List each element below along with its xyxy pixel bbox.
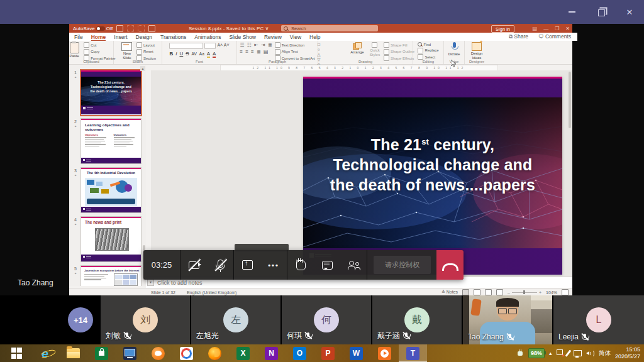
- zoom-track[interactable]: [512, 292, 537, 293]
- clock[interactable]: 15:05 2020/5/27: [615, 346, 643, 361]
- zoom-in-icon[interactable]: +: [539, 290, 541, 295]
- language-indicator[interactable]: English (United Kingdom): [187, 290, 236, 295]
- current-slide[interactable]: The 21st century, Technological change a…: [303, 77, 562, 275]
- close-icon[interactable]: [615, 0, 644, 24]
- file-explorer-icon[interactable]: [59, 344, 87, 362]
- zoom-level[interactable]: 104%: [546, 290, 557, 295]
- share-tray-button[interactable]: [234, 250, 260, 280]
- participant-tile[interactable]: 何 何琪: [282, 295, 371, 344]
- overflow-participants-badge[interactable]: +14: [68, 307, 93, 332]
- battery-indicator[interactable]: 98%: [528, 348, 545, 358]
- tab-file[interactable]: File: [74, 34, 83, 40]
- minimize-icon[interactable]: [557, 0, 586, 24]
- cloud-drive-icon[interactable]: [172, 344, 201, 362]
- redo-icon[interactable]: [138, 25, 145, 32]
- onenote-icon[interactable]: N: [257, 344, 286, 362]
- request-control-button[interactable]: 请求控制权: [374, 256, 431, 274]
- ppt-restore-icon[interactable]: ❐: [555, 26, 559, 31]
- ppt-close-icon[interactable]: ✕: [565, 26, 570, 31]
- tray-overflow-icon[interactable]: ▴: [549, 350, 552, 356]
- change-case-button[interactable]: Aa: [199, 52, 204, 56]
- arrange-button[interactable]: Arrange: [348, 42, 366, 55]
- slide-thumbnail-1[interactable]: The 21st century, Technological change a…: [80, 69, 142, 116]
- participant-tile[interactable]: 戴 戴子涵: [372, 295, 462, 344]
- zoom-slider[interactable]: – +: [508, 290, 541, 295]
- save-icon[interactable]: [116, 25, 123, 32]
- teams-icon[interactable]: T: [399, 344, 427, 362]
- mic-toggle-button[interactable]: [207, 250, 233, 280]
- raise-hand-button[interactable]: [287, 250, 314, 280]
- slide-thumbnail-3[interactable]: The 4th Industrial Revolution: [80, 167, 142, 213]
- tab-home[interactable]: Home: [91, 34, 106, 40]
- search-input[interactable]: [290, 25, 375, 32]
- select-button[interactable]: Select: [418, 54, 438, 60]
- tab-design[interactable]: Design: [136, 34, 152, 40]
- powerpoint-icon[interactable]: P: [314, 344, 342, 362]
- autosave-toggle[interactable]: AutoSave Off: [73, 26, 113, 31]
- quick-styles-button[interactable]: Quick Styles: [368, 42, 382, 57]
- participant-video-tile[interactable]: Tao Zhang: [463, 295, 552, 344]
- search-box[interactable]: [281, 25, 378, 31]
- participant-tile[interactable]: 刘 刘敏: [101, 295, 190, 344]
- font-size-box[interactable]: [204, 43, 216, 49]
- comments-button[interactable]: 🗨 Comments: [538, 33, 571, 40]
- slideshow-icon[interactable]: [148, 25, 155, 32]
- ribbon-display-icon[interactable]: ▤: [533, 26, 538, 31]
- chat-button[interactable]: [314, 250, 340, 280]
- tab-help[interactable]: Help: [309, 34, 320, 40]
- layout-button[interactable]: Layout: [136, 42, 156, 48]
- tab-review[interactable]: Review: [264, 34, 282, 40]
- action-center-flag-icon[interactable]: [556, 349, 563, 357]
- align-icons[interactable]: ≡ ≡ ≡ ≣ ▤: [240, 49, 272, 55]
- network-icon[interactable]: [574, 350, 582, 357]
- font-name-box[interactable]: [169, 43, 203, 49]
- thumbnail-scroll-up-icon[interactable]: ▲: [140, 66, 145, 71]
- strikethrough-button[interactable]: S: [186, 51, 189, 57]
- pen-input-icon[interactable]: [565, 350, 571, 357]
- tab-transitions[interactable]: Transitions: [160, 34, 186, 40]
- zoom-out-icon[interactable]: –: [508, 290, 510, 295]
- replace-button[interactable]: Replace: [418, 48, 438, 53]
- speaker-icon[interactable]: [586, 349, 594, 357]
- paste-button[interactable]: Paste: [67, 42, 82, 58]
- slide-thumbnail-4[interactable]: The news and print: [80, 216, 142, 262]
- font-color-button[interactable]: A: [213, 51, 216, 58]
- ime-indicator[interactable]: 简体: [599, 349, 611, 358]
- slide-thumbnail-5[interactable]: Journalism ecosystem before the Internet: [80, 265, 142, 286]
- new-slide-button[interactable]: New Slide: [119, 42, 135, 60]
- tab-slide-show[interactable]: Slide Show: [229, 34, 256, 40]
- participant-tile[interactable]: L Leejia: [553, 295, 644, 344]
- tab-view[interactable]: View: [290, 34, 301, 40]
- shape-outline-button[interactable]: Shape Outline: [384, 49, 414, 55]
- participants-button[interactable]: [340, 250, 367, 280]
- excel-icon[interactable]: X: [229, 344, 257, 362]
- restore-icon[interactable]: [586, 0, 615, 24]
- hang-up-button[interactable]: [436, 250, 464, 280]
- microsoft-store-icon[interactable]: [87, 344, 116, 362]
- reading-view-icon[interactable]: [485, 289, 492, 295]
- design-ideas-button[interactable]: Design Ideas: [469, 42, 484, 60]
- camera-toggle-button[interactable]: [180, 250, 207, 280]
- find-button[interactable]: Find: [418, 42, 438, 47]
- power-plug-icon[interactable]: [516, 349, 524, 357]
- bold-button[interactable]: B: [169, 51, 173, 57]
- undo-icon[interactable]: [127, 25, 134, 32]
- normal-view-icon[interactable]: [462, 289, 469, 295]
- copy-button[interactable]: Copy: [84, 49, 116, 55]
- canvas-scrollbar[interactable]: [569, 72, 571, 128]
- pc-manager-icon[interactable]: [116, 344, 144, 362]
- notes-toggle-button[interactable]: ≙ Notes: [441, 290, 458, 295]
- italic-button[interactable]: I: [175, 51, 177, 57]
- tab-insert[interactable]: Insert: [114, 34, 127, 40]
- slide-title-text[interactable]: The 21st century, Technological change a…: [303, 132, 562, 195]
- ppt-minimize-icon[interactable]: —: [543, 26, 548, 31]
- bullets-numbering-icons[interactable]: ☰ ☷ ⇤ ⇥ ≣: [240, 42, 272, 48]
- slide-thumbnail-2[interactable]: Learning objectives and outcomes Objecti…: [80, 118, 142, 164]
- word-icon[interactable]: W: [342, 344, 370, 362]
- internet-explorer-icon[interactable]: e: [31, 344, 59, 362]
- more-options-button[interactable]: •••: [260, 250, 287, 280]
- firefox-icon[interactable]: [201, 344, 229, 362]
- fit-to-window-icon[interactable]: [562, 289, 569, 295]
- text-direction-button[interactable]: Text Direction: [275, 42, 315, 48]
- shape-fill-button[interactable]: Shape Fill: [384, 42, 414, 48]
